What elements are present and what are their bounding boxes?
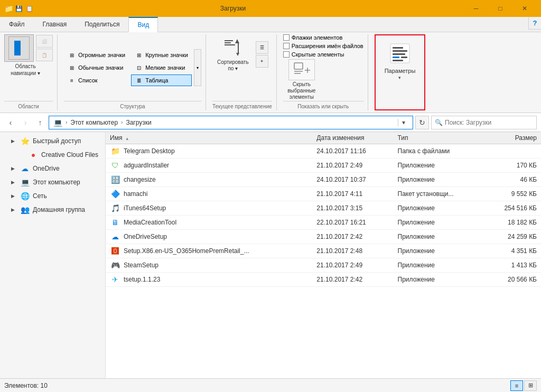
file-modified-3: 21.10.2017 4:11 [312,187,393,201]
list-option[interactable]: ≡ Список [64,74,129,86]
file-name-cell-1: 🛡 adguardInstaller [106,158,312,173]
sort-button[interactable]: Сортироватьпо ▾ [212,34,254,74]
huge-icons-option[interactable]: ⊞ Огромные значки [64,49,129,61]
flags-checkbox[interactable] [283,34,290,41]
forward-button[interactable]: › [19,116,32,129]
up-button[interactable]: ↑ [34,116,46,129]
file-type-0: Папка с файлами [394,144,484,158]
file-name-cell-6: ☁ OneDriveSetup [106,230,312,244]
extensions-checkbox[interactable] [283,43,290,49]
file-icon-1: 🛡 [110,160,120,171]
col-header-size[interactable]: Размер [483,132,541,144]
file-size-0 [483,144,541,158]
file-type-9: Приложение [394,273,484,287]
file-type-8: Приложение [394,258,484,273]
back-button[interactable]: ‹ [4,116,17,129]
details-pane-button[interactable]: 📋 [36,49,53,61]
table-row[interactable]: 🅾 Setup.X86.en-US_O365HomePremRetail_...… [106,244,541,258]
file-area: Имя ▲ Дата изменения Тип Размер [106,132,541,378]
tab-share[interactable]: Поделиться [76,17,128,32]
file-name-cell-8: 🎮 SteamSetup [106,258,312,273]
table-row[interactable]: 🖥 MediaCreationTool 22.10.2017 16:21 При… [106,216,541,230]
file-modified-2: 24.10.2017 10:37 [312,173,393,187]
table-row[interactable]: 🎵 iTunes64Setup 21.10.2017 3:15 Приложен… [106,201,541,216]
hidden-items-checkbox[interactable] [283,51,290,58]
this-pc-expand: ▶ [8,178,17,186]
hide-selected-button[interactable]: Скрыть выбранныеэлементы [283,59,320,101]
close-button[interactable]: ✕ [512,0,537,17]
tab-view[interactable]: Вид [128,17,158,32]
table-option[interactable]: ≣ Таблица [131,74,192,86]
refresh-button[interactable]: ↻ [415,116,429,129]
search-input[interactable] [445,119,533,126]
svg-rect-4 [238,43,239,54]
ribbon-content: ⬜ 📋 Областьнавигации ▾ Области ⊞ Огромны… [0,32,541,113]
maximize-button[interactable]: □ [488,0,512,17]
file-icon-2: 🔠 [110,174,120,185]
col-header-name[interactable]: Имя ▲ [106,132,312,144]
table-row[interactable]: ☁ OneDriveSetup 21.10.2017 2:42 Приложен… [106,230,541,244]
sidebar-item-this-pc[interactable]: ▶ 💻 Этот компьютер [0,175,105,189]
sidebar-item-homegroup[interactable]: ▶ 👥 Домашняя группа [0,203,105,217]
file-name-cell-3: 🔷 hamachi [106,187,312,201]
file-size-2: 46 КБ [483,173,541,187]
nav-pane-button[interactable] [4,34,34,62]
table-row[interactable]: 📁 Telegram Desktop 24.10.2017 11:16 Папк… [106,144,541,158]
view-options-arrow[interactable]: ▾ [194,49,201,86]
options-group-highlighted: Параметры ▾ [375,34,426,110]
tiles-view-button[interactable]: ⊞ [524,380,537,391]
svg-marker-5 [236,53,239,56]
address-box[interactable]: 💻 › Этот компьютер › Загрузки ▾ [49,116,413,129]
add-columns-button[interactable]: + [256,55,268,68]
col-header-modified[interactable]: Дата изменения [312,132,393,144]
large-icons-option[interactable]: ⊞ Крупные значки [131,49,192,61]
file-name-cell-2: 🔠 changesize [106,173,312,187]
table-row[interactable]: 🔠 changesize 24.10.2017 10:37 Приложение… [106,173,541,187]
hide-selected-label: Скрыть выбранныеэлементы [284,81,320,100]
minimize-button[interactable]: ─ [464,0,488,17]
file-modified-6: 21.10.2017 2:42 [312,230,393,244]
address-dropdown-button[interactable]: ▾ [398,119,408,126]
table-row[interactable]: 🎮 SteamSetup 21.10.2017 2:49 Приложение … [106,258,541,273]
table-row[interactable]: 🛡 adguardInstaller 21.10.2017 2:49 Прило… [106,158,541,173]
sidebar-item-quick-access[interactable]: ▶ ⭐ Быстрый доступ [0,134,105,148]
table-icon: ≣ [135,76,143,85]
file-modified-5: 22.10.2017 16:21 [312,216,393,230]
sidebar-item-creative-cloud[interactable]: ● Creative Cloud Files [0,148,105,162]
sidebar-item-onedrive[interactable]: ▶ ☁ OneDrive [0,162,105,175]
tab-file[interactable]: Файл [0,17,34,32]
file-name-cell-0: 📁 Telegram Desktop [106,144,312,158]
creative-cloud-expand [17,151,25,159]
network-expand: ▶ [8,192,17,200]
search-icon[interactable]: 🔍 [435,119,443,126]
network-icon: 🌐 [20,191,30,201]
help-button[interactable]: ? [528,17,541,30]
preview-pane-button[interactable]: ⬜ [36,35,53,48]
file-modified-8: 21.10.2017 2:49 [312,258,393,273]
col-header-type[interactable]: Тип [394,132,484,144]
onedrive-icon: ☁ [20,164,30,173]
file-size-5: 18 182 КБ [483,216,541,230]
main-area: ▶ ⭐ Быстрый доступ ● Creative Cloud File… [0,132,541,378]
table-row[interactable]: 🔷 hamachi 21.10.2017 4:11 Пакет установщ… [106,187,541,201]
small-icons-option[interactable]: ⊡ Мелкие значки [131,62,192,73]
options-button[interactable]: Параметры ▾ [378,38,423,83]
hide-selected-icon [288,59,315,80]
extensions-checkbox-row[interactable]: Расширения имён файлов [283,43,363,49]
flags-checkbox-row[interactable]: Флажки элементов [283,34,363,41]
group-by-button[interactable]: ☰ [256,41,268,54]
show-hide-group: Флажки элементов Расширения имён файлов … [283,34,368,110]
areas-group: ⬜ 📋 Областьнавигации ▾ Области [4,34,58,110]
header-row: Имя ▲ Дата изменения Тип Размер [106,132,541,144]
normal-icons-option[interactable]: ⊞ Обычные значки [64,62,129,73]
chevron-1: › [66,119,67,125]
nav-pane-visual [14,41,21,55]
table-row[interactable]: ✈ tsetup.1.1.23 21.10.2017 2:42 Приложен… [106,273,541,287]
hidden-items-checkbox-row[interactable]: Скрытые элементы [283,51,363,58]
details-view-button[interactable]: ≡ [510,380,523,391]
sidebar-item-network[interactable]: ▶ 🌐 Сеть [0,189,105,203]
ribbon-tabs: Файл Главная Поделиться Вид ? [0,17,541,32]
tab-home[interactable]: Главная [34,17,76,32]
file-name-8: SteamSetup [124,262,158,269]
large-icons-icon: ⊞ [135,51,143,59]
